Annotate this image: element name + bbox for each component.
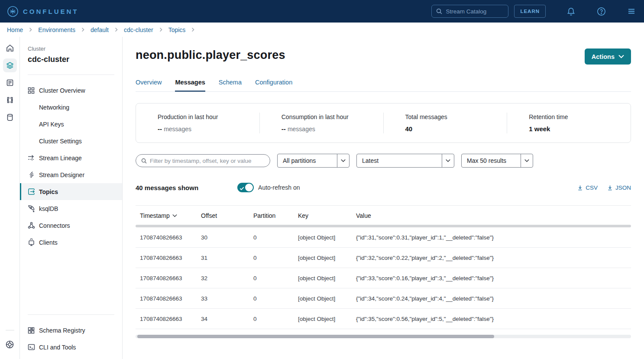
sidebar-item-stream-designer[interactable]: Stream Designer (20, 166, 122, 183)
actions-button[interactable]: Actions (585, 49, 631, 65)
tab-configuration[interactable]: Configuration (255, 79, 292, 92)
stat-value: -- messages (158, 125, 254, 133)
table-body: 1708740826663300[object Object]{"id":31,… (136, 227, 631, 329)
stat-consumption: Consumption in last hour -- messages (259, 113, 383, 133)
flow-icon[interactable] (3, 93, 17, 107)
confluent-spark-icon (7, 6, 19, 17)
confluent-logo[interactable]: CONFLUENT (7, 6, 79, 17)
sidebar-item-clients[interactable]: Clients (20, 234, 122, 251)
sidebar-item-label: Schema Registry (39, 327, 85, 334)
tab-schema[interactable]: Schema (219, 79, 242, 92)
breadcrumb-default[interactable]: default (91, 26, 109, 33)
document-icon[interactable] (3, 76, 17, 90)
limit-select[interactable]: Max 50 results (461, 154, 533, 168)
top-navbar: CONFLUENT LEARN (0, 0, 644, 23)
monitor-icon (27, 238, 36, 247)
cell-value: {"id":35,"score":0.56,"player_id":5,"__d… (356, 316, 631, 322)
stat-retention: Retention time 1 week (507, 113, 631, 133)
column-timestamp[interactable]: Timestamp (136, 212, 201, 219)
column-key[interactable]: Key (298, 212, 356, 219)
stream-catalog-search[interactable] (431, 5, 508, 18)
cell-partition: 0 (253, 234, 298, 241)
breadcrumb-home[interactable]: Home (7, 26, 23, 33)
order-select[interactable]: Latest (356, 154, 454, 168)
stat-label: Total messages (405, 113, 502, 120)
learn-button[interactable]: LEARN (514, 5, 546, 18)
cell-offset: 34 (201, 316, 253, 322)
stream-catalog-input[interactable] (446, 8, 504, 15)
home-icon[interactable] (3, 41, 17, 55)
cell-timestamp: 1708740826663 (136, 255, 201, 261)
sidebar-item-ksqldb[interactable]: ksqlDB (20, 200, 122, 217)
sidebar-item-schema-registry[interactable]: Schema Registry (20, 322, 122, 339)
globe-icon[interactable] (3, 337, 17, 351)
menu-icon[interactable] (627, 6, 636, 16)
breadcrumb-topics[interactable]: Topics (168, 26, 186, 33)
sidebar-item-label: Topics (39, 188, 58, 195)
download-csv-link[interactable]: CSV (577, 184, 598, 191)
search-icon (436, 8, 442, 14)
horizontal-scrollbar-thumb[interactable] (137, 335, 494, 338)
app-window: CONFLUENT LEARN (0, 0, 644, 359)
sidebar-item-stream-lineage[interactable]: Stream Lineage (20, 149, 122, 166)
sidebar-item-networking[interactable]: Networking (20, 99, 122, 116)
stack-icon[interactable] (3, 58, 17, 72)
table-row[interactable]: 1708740826663340[object Object]{"id":35,… (136, 309, 631, 329)
designer-waves-icon (27, 171, 36, 179)
column-value[interactable]: Value (356, 212, 631, 219)
tab-messages[interactable]: Messages (175, 79, 205, 92)
status-row: 40 messages shown Auto-refresh on CSV (136, 183, 631, 192)
sidebar-item-label: Cluster Overview (39, 87, 85, 94)
messages-table: Timestamp Offset Partition Key Value 170… (136, 205, 631, 338)
cell-value: {"id":31,"score":0.31,"player_id":1,"__d… (356, 234, 631, 241)
download-json-link[interactable]: JSON (607, 184, 631, 191)
sidebar-item-connectors[interactable]: Connectors (20, 217, 122, 234)
breadcrumb-environments[interactable]: Environments (38, 26, 75, 33)
partition-select[interactable]: All partitions (277, 154, 350, 168)
cell-value: {"id":33,"score":0.16,"player_id":3,"__d… (356, 275, 631, 281)
breadcrumb-cdc-cluster[interactable]: cdc-cluster (124, 26, 153, 33)
auto-refresh-toggle[interactable] (237, 183, 254, 192)
cluster-header: Cluster cdc-cluster (20, 45, 122, 64)
stat-number: -- (282, 125, 286, 133)
sidebar-item-cli-and-tools[interactable]: CLI and Tools (20, 339, 122, 356)
chevron-down-icon (521, 154, 533, 167)
grid-icon (27, 86, 36, 95)
stat-number: 1 week (529, 125, 550, 133)
column-label: Value (356, 212, 371, 219)
cluster-sidebar: Cluster cdc-cluster Cluster Overview Net… (20, 37, 123, 359)
chevron-down-icon (618, 55, 624, 58)
horizontal-scrollbar-track[interactable] (136, 335, 631, 338)
table-row[interactable]: 1708740826663310[object Object]{"id":32,… (136, 248, 631, 268)
order-select-value: Latest (357, 157, 442, 164)
stat-total-messages: Total messages 40 (383, 113, 507, 133)
column-offset[interactable]: Offset (201, 212, 253, 219)
bell-icon[interactable] (566, 6, 576, 16)
table-row[interactable]: 1708740826663300[object Object]{"id":31,… (136, 227, 631, 248)
limit-select-value: Max 50 results (462, 157, 521, 164)
sort-chevron-icon (172, 214, 177, 217)
lineage-arrows-icon (27, 154, 36, 162)
sidebar-item-api-keys[interactable]: API Keys (20, 116, 122, 133)
column-partition[interactable]: Partition (253, 212, 298, 219)
sidebar-item-cluster-settings[interactable]: Cluster Settings (20, 133, 122, 149)
auto-refresh-label: Auto-refresh on (258, 184, 300, 191)
cell-key: [object Object] (298, 234, 356, 241)
help-icon[interactable] (596, 6, 606, 16)
database-icon[interactable] (3, 110, 17, 124)
stat-number: 40 (405, 125, 413, 133)
table-row[interactable]: 1708740826663320[object Object]{"id":33,… (136, 268, 631, 288)
sidebar-footer: Schema Registry CLI and Tools (20, 304, 122, 356)
cell-partition: 0 (253, 316, 298, 322)
message-filter-search[interactable] (136, 154, 270, 167)
cell-key: [object Object] (298, 275, 356, 281)
table-row[interactable]: 1708740826663330[object Object]{"id":34,… (136, 288, 631, 309)
cell-timestamp: 1708740826663 (136, 234, 201, 241)
sidebar-item-topics[interactable]: Topics (20, 183, 122, 200)
actions-button-label: Actions (592, 53, 615, 60)
rail-divider (6, 330, 14, 330)
message-filter-input[interactable] (150, 158, 265, 164)
cluster-label: Cluster (28, 45, 114, 52)
sidebar-item-cluster-overview[interactable]: Cluster Overview (20, 82, 122, 99)
tab-overview[interactable]: Overview (136, 79, 162, 92)
